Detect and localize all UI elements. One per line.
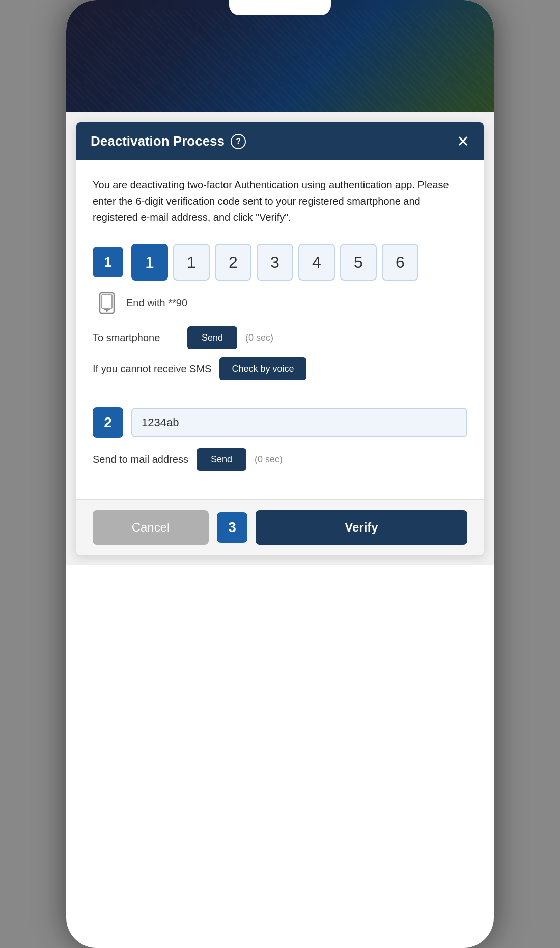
- step1-badge: 1: [93, 247, 123, 277]
- phone-notch: [229, 0, 331, 15]
- top-background-image: [66, 0, 494, 112]
- smartphone-send-timer: (0 sec): [245, 332, 273, 343]
- digit-box-6[interactable]: 6: [382, 244, 418, 281]
- section-divider: [93, 395, 467, 395]
- code-digits: 1 1 2 3 4 5 6: [131, 244, 418, 281]
- help-icon[interactable]: ?: [231, 134, 246, 149]
- email-code-input[interactable]: [131, 408, 467, 437]
- mail-send-row: Send to mail address Send (0 sec): [93, 448, 467, 471]
- digit-box-2[interactable]: 2: [215, 244, 251, 281]
- phone-hint-text: End with **90: [126, 297, 187, 309]
- digit-box-0[interactable]: 1: [131, 244, 168, 281]
- smartphone-send-button[interactable]: Send: [187, 326, 237, 349]
- step2-section: 2 Send to mail address Send (0 sec): [93, 407, 467, 471]
- modal-footer: Cancel 3 Verify: [76, 499, 484, 555]
- close-icon[interactable]: ✕: [457, 134, 469, 149]
- step1-section: 1 1 1 2 3 4 5 6: [93, 244, 467, 380]
- phone-hint-row: End with **90: [95, 291, 467, 315]
- modal-header-left: Deactivation Process ?: [91, 133, 246, 149]
- modal-title: Deactivation Process: [91, 133, 225, 149]
- step1-row: 1 1 1 2 3 4 5 6: [93, 244, 467, 281]
- verify-button[interactable]: Verify: [256, 510, 467, 545]
- modal: Deactivation Process ? ✕ You are deactiv…: [76, 122, 484, 555]
- mail-send-button[interactable]: Send: [197, 448, 246, 471]
- mail-send-label: Send to mail address: [93, 454, 188, 465]
- phone-wrapper: Deactivation Process ? ✕ You are deactiv…: [66, 0, 494, 948]
- smartphone-send-row: To smartphone Send (0 sec): [93, 326, 467, 349]
- digit-box-5[interactable]: 5: [340, 244, 377, 281]
- modal-body: You are deactivating two-factor Authenti…: [76, 160, 484, 499]
- step3-badge: 3: [217, 512, 247, 543]
- step2-row: 2: [93, 407, 467, 438]
- mail-send-timer: (0 sec): [255, 454, 283, 465]
- modal-header: Deactivation Process ? ✕: [76, 122, 484, 160]
- digit-box-1[interactable]: 1: [173, 244, 210, 281]
- check-by-voice-button[interactable]: Check by voice: [219, 357, 306, 380]
- step2-badge: 2: [93, 407, 123, 438]
- description-text: You are deactivating two-factor Authenti…: [93, 177, 467, 226]
- digit-box-3[interactable]: 3: [257, 244, 293, 281]
- svg-rect-1: [102, 295, 112, 308]
- voice-label: If you cannot receive SMS: [93, 363, 211, 375]
- svg-point-2: [106, 310, 108, 312]
- digit-box-4[interactable]: 4: [298, 244, 335, 281]
- modal-container: Deactivation Process ? ✕ You are deactiv…: [66, 112, 494, 565]
- smartphone-icon: [95, 291, 119, 315]
- svg-rect-3: [104, 309, 110, 310]
- voice-row: If you cannot receive SMS Check by voice: [93, 357, 467, 380]
- smartphone-send-label: To smartphone: [93, 332, 179, 344]
- cancel-button[interactable]: Cancel: [93, 510, 209, 545]
